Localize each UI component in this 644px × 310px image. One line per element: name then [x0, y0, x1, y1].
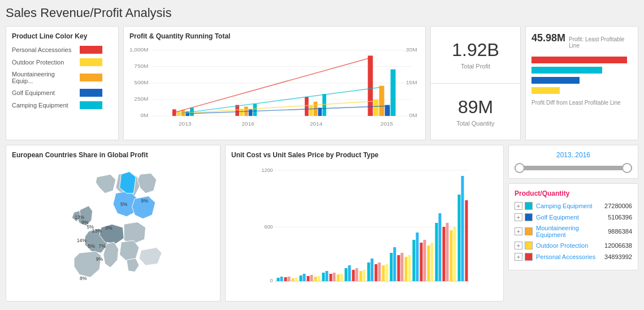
- product-qty: 5106396: [608, 214, 632, 221]
- svg-line-35: [182, 88, 380, 114]
- svg-rect-79: [348, 265, 351, 281]
- svg-text:500M: 500M: [134, 79, 148, 85]
- color-key-items: Personal AccessoriesOutdoor ProtectionMo…: [12, 46, 113, 109]
- svg-rect-80: [352, 270, 355, 281]
- slider-label: 2013..2016: [515, 151, 632, 159]
- svg-rect-106: [450, 230, 453, 281]
- svg-rect-64: [292, 278, 295, 281]
- svg-rect-77: [340, 274, 343, 281]
- total-profit-box: 1.92B Total Profit: [431, 27, 520, 84]
- svg-rect-96: [413, 240, 416, 281]
- product-table-row[interactable]: + Golf Equipment 5106396: [515, 213, 632, 221]
- total-stats-card: 1.92B Total Profit 89M Total Quantity: [430, 26, 521, 140]
- svg-rect-29: [374, 100, 379, 116]
- svg-rect-90: [390, 253, 393, 281]
- profit-chart-card: Profit & Quantity Running Total 1,000M 7…: [123, 26, 426, 140]
- dashboard: Sales Revenue/Profit Analysis Product Li…: [0, 0, 644, 310]
- svg-rect-76: [337, 274, 340, 281]
- svg-rect-109: [461, 176, 464, 281]
- svg-text:750M: 750M: [134, 63, 148, 68]
- svg-rect-61: [280, 277, 283, 281]
- slider-container[interactable]: [515, 163, 632, 173]
- diff-bar-container: [531, 77, 632, 84]
- diff-bar-container: [531, 67, 632, 74]
- svg-rect-85: [371, 259, 374, 281]
- product-color-icon: [525, 213, 533, 221]
- diff-bar-container: [531, 87, 632, 94]
- product-table-row[interactable]: + Outdoor Protection 12006638: [515, 242, 632, 249]
- profit-chart-title: Profit & Quantity Running Total: [129, 32, 420, 40]
- product-expand-icon[interactable]: +: [515, 227, 522, 235]
- svg-rect-27: [322, 94, 326, 116]
- svg-rect-60: [277, 278, 280, 281]
- unit-cost-chart-svg: 1200 600 0: [231, 163, 498, 294]
- product-table-card: Product/Quantity + Camping Equipment 272…: [508, 183, 638, 270]
- svg-text:13%: 13%: [92, 228, 102, 234]
- slider-thumb-right[interactable]: [622, 163, 632, 173]
- slider-fill: [515, 166, 632, 170]
- svg-rect-66: [300, 275, 302, 281]
- svg-text:3%: 3%: [105, 225, 113, 231]
- svg-rect-104: [443, 227, 446, 281]
- color-key-card: Product Line Color Key Personal Accessor…: [6, 26, 119, 140]
- product-qty: 34893992: [604, 253, 632, 260]
- product-expand-icon[interactable]: +: [515, 242, 522, 249]
- product-qty: 12006638: [604, 242, 632, 249]
- color-swatch: [80, 74, 102, 81]
- svg-rect-71: [318, 276, 321, 281]
- product-qty: 9886384: [608, 228, 632, 235]
- svg-rect-68: [307, 276, 310, 281]
- color-swatch: [80, 58, 102, 66]
- svg-text:9%: 9%: [96, 257, 103, 262]
- svg-rect-103: [439, 213, 442, 281]
- svg-rect-92: [397, 255, 400, 281]
- svg-rect-32: [391, 70, 396, 116]
- product-expand-icon[interactable]: +: [515, 202, 522, 210]
- svg-rect-88: [382, 265, 385, 281]
- slider-thumb-left[interactable]: [515, 163, 525, 173]
- product-name: Golf Equipment: [536, 214, 608, 221]
- product-expand-icon[interactable]: +: [515, 213, 522, 221]
- profit-diff-bars: [531, 57, 632, 94]
- profit-diff-subtitle: Profit: Least Profitable Line: [569, 36, 632, 49]
- svg-rect-108: [458, 195, 461, 281]
- product-color-icon: [525, 227, 533, 235]
- svg-rect-31: [385, 105, 390, 116]
- svg-text:5%: 5%: [88, 243, 95, 249]
- svg-line-33: [174, 58, 370, 113]
- color-key-label: Outdoor Protection: [12, 59, 77, 66]
- slider-card: 2013..2016: [508, 145, 638, 179]
- product-color-icon: [525, 242, 533, 249]
- product-expand-icon[interactable]: +: [515, 253, 522, 261]
- svg-rect-65: [295, 278, 298, 281]
- svg-text:0M: 0M: [141, 113, 149, 118]
- color-key-item: Outdoor Protection: [12, 58, 113, 66]
- svg-rect-99: [423, 240, 426, 281]
- color-key-item: Camping Equipment: [12, 101, 113, 109]
- product-table-row[interactable]: + Mountaineering Equipment 9886384: [515, 225, 632, 238]
- svg-rect-94: [405, 257, 408, 281]
- svg-text:8%: 8%: [80, 275, 87, 281]
- svg-rect-69: [310, 275, 313, 281]
- svg-text:1200: 1200: [261, 167, 273, 173]
- svg-rect-24: [309, 106, 313, 116]
- svg-rect-82: [360, 271, 362, 281]
- product-qty: 27280006: [604, 203, 632, 209]
- svg-rect-74: [330, 274, 332, 281]
- svg-rect-72: [322, 273, 325, 281]
- right-panel: 2013..2016 Product/Quantity + Camping Eq…: [508, 145, 638, 302]
- product-table-row[interactable]: + Personal Accessories 34893992: [515, 253, 632, 261]
- color-key-item: Mountaineering Equip...: [12, 71, 113, 84]
- total-qty-label: Total Quantity: [439, 120, 512, 127]
- svg-text:0M: 0M: [409, 113, 417, 118]
- svg-rect-30: [379, 86, 384, 116]
- svg-text:30M: 30M: [406, 46, 417, 52]
- svg-rect-83: [363, 270, 366, 281]
- page-title: Sales Revenue/Profit Analysis: [6, 6, 638, 20]
- diff-bar: [531, 87, 560, 94]
- profit-diff-amount: 45.98M: [531, 32, 565, 44]
- color-swatch: [80, 89, 102, 97]
- svg-text:9%: 9%: [141, 198, 148, 204]
- product-table-row[interactable]: + Camping Equipment 27280006: [515, 202, 632, 210]
- svg-rect-97: [416, 232, 419, 281]
